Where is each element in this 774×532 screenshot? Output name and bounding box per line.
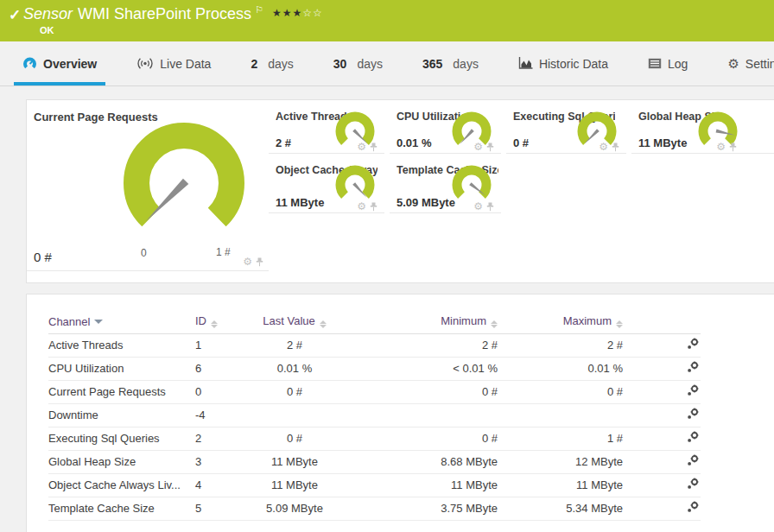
tab-overview[interactable]: Overview — [14, 41, 105, 86]
gauge-scale-max: 1 # — [216, 246, 231, 258]
channel-name: Global Heap Size — [48, 450, 195, 473]
tab-2-days[interactable]: 2 days — [242, 41, 301, 86]
minimum-value: 11 MByte — [342, 473, 498, 497]
maximum-value: 0 # — [498, 380, 623, 403]
gauge-current-value: 0.01 % — [397, 136, 431, 149]
channel-settings-icon[interactable] — [687, 501, 699, 513]
tab-label: Overview — [43, 57, 97, 71]
channel-name: Object Cache Always Liv... — [48, 473, 195, 497]
gauge-global-heap-size: Global Heap Size 11 MByte ⚙ — [631, 100, 774, 154]
channel-settings-icon[interactable] — [687, 408, 699, 420]
column-header-last-value[interactable]: Last Value — [247, 310, 342, 333]
channel-name: Downtime — [48, 403, 195, 427]
column-header-minimum[interactable]: Minimum — [342, 310, 498, 333]
sort-icon — [616, 320, 623, 328]
channel-settings-icon[interactable] — [687, 338, 699, 350]
last-value: 5.09 MByte — [247, 497, 342, 520]
stars-filled[interactable]: ★★★ — [272, 7, 302, 19]
tab-bar: Overview Live Data 2 days 30 days 365 da… — [0, 41, 774, 86]
small-gauges-grid: Active Threads 2 # ⚙ CPU Utilization 0.0… — [269, 100, 774, 282]
maximum-value: 11 MByte — [498, 473, 623, 497]
channel-settings-icon[interactable] — [687, 431, 699, 443]
tab-label: Historic Data — [539, 57, 608, 71]
pin-icon[interactable] — [612, 142, 619, 152]
tab-unit: days — [453, 57, 479, 71]
pin-icon[interactable] — [486, 142, 494, 152]
channel-settings-icon[interactable] — [687, 361, 699, 373]
maximum-value — [498, 403, 623, 427]
tab-30-days[interactable]: 30 days — [325, 41, 391, 86]
channel-settings-icon[interactable] — [687, 384, 699, 396]
pin-icon[interactable] — [486, 202, 494, 212]
stars-empty[interactable]: ☆☆ — [302, 7, 323, 19]
last-value: 11 MByte — [247, 473, 342, 497]
table-row: CPU Utilization 6 0.01 % < 0.01 % 0.01 % — [48, 357, 701, 380]
tab-log[interactable]: Log — [639, 41, 696, 86]
gauge-settings-gear-icon[interactable]: ⚙ — [473, 142, 483, 152]
channel-table: Channel ID Last Value Minimum Maximum Ac… — [48, 310, 701, 521]
table-row: Template Cache Size 5 5.09 MByte 3.75 MB… — [48, 497, 701, 520]
sort-icon — [320, 320, 327, 328]
divider — [27, 270, 269, 271]
column-header-edit — [623, 310, 701, 333]
flag-marker-icon[interactable]: ⚐ — [255, 4, 263, 15]
gauge-icon — [22, 56, 37, 71]
channel-id: 0 — [195, 380, 247, 403]
sensor-status-header: ✓ SensorWMI SharePoint Process⚐★★★☆☆ OK — [0, 0, 774, 41]
tab-live-data[interactable]: Live Data — [128, 41, 219, 86]
pin-icon[interactable] — [370, 202, 377, 212]
minimum-value — [342, 403, 498, 427]
minimum-value: 3.75 MByte — [342, 497, 498, 520]
pin-icon[interactable] — [729, 142, 737, 152]
gauge-settings-gear-icon[interactable]: ⚙ — [716, 142, 726, 152]
sensor-status-badge: OK — [40, 25, 54, 35]
tab-label: Live Data — [160, 57, 211, 71]
gauge-current-page-requests: Current Page Requests 0 1 # 0 # ⚙ — [27, 100, 269, 284]
live-data-icon — [136, 57, 154, 70]
gauge-dial — [119, 118, 249, 248]
column-header-maximum[interactable]: Maximum — [498, 310, 623, 333]
pin-icon[interactable] — [256, 257, 263, 267]
channel-settings-icon[interactable] — [687, 454, 699, 466]
tab-settings[interactable]: ⚙ Settings — [719, 41, 774, 86]
table-row: Active Threads 1 2 # 2 # 2 # — [48, 333, 701, 357]
column-header-channel[interactable]: Channel — [48, 310, 195, 333]
settings-gear-icon: ⚙ — [727, 57, 739, 70]
gauges-panel: Current Page Requests 0 1 # 0 # ⚙ Active… — [26, 99, 774, 283]
tab-365-days[interactable]: 365 days — [414, 41, 487, 86]
gauge-settings-gear-icon[interactable]: ⚙ — [243, 256, 252, 267]
channel-name: Template Cache Size — [48, 497, 195, 520]
maximum-value: 12 MByte — [498, 450, 623, 473]
minimum-value: 2 # — [342, 333, 498, 357]
object-kind-label: Sensor — [23, 5, 73, 22]
gauge-current-value: 2 # — [276, 136, 291, 149]
historic-chart-icon — [518, 57, 533, 70]
column-header-id[interactable]: ID — [195, 310, 247, 333]
channel-name: CPU Utilization — [48, 357, 195, 380]
gauge-settings-gear-icon[interactable]: ⚙ — [473, 201, 483, 212]
tab-historic-data[interactable]: Historic Data — [510, 41, 617, 86]
sort-desc-icon — [94, 320, 103, 324]
gauge-scale-min: 0 — [141, 247, 147, 259]
last-value: 2 # — [247, 333, 342, 357]
gauge-settings-gear-icon[interactable]: ⚙ — [357, 142, 366, 152]
gauge-current-value: 0 # — [513, 136, 529, 149]
empty-cell — [631, 154, 774, 213]
table-row: Downtime -4 — [48, 403, 701, 427]
priority-stars[interactable]: ★★★☆☆ — [272, 7, 323, 19]
channel-name: Executing Sql Queries — [48, 427, 195, 450]
table-row: Executing Sql Queries 2 0 # 0 # 1 # — [48, 427, 701, 450]
channel-id: 5 — [195, 497, 247, 520]
channel-name: Current Page Requests — [48, 380, 195, 403]
gauge-settings-gear-icon[interactable]: ⚙ — [599, 142, 608, 152]
gauge-current-value: 5.09 MByte — [397, 196, 455, 209]
channel-settings-icon[interactable] — [687, 478, 699, 490]
tab-label: Log — [668, 57, 688, 71]
gauge-current-value: 11 MByte — [276, 196, 324, 209]
gauge-executing-sql-queries: Executing Sql Queries 0 # ⚙ — [506, 100, 626, 154]
gauge-settings-gear-icon[interactable]: ⚙ — [357, 201, 366, 212]
table-row: Current Page Requests 0 0 # 0 # 0 # — [48, 380, 701, 403]
pin-icon[interactable] — [370, 142, 377, 152]
sort-icon — [491, 320, 498, 328]
gauge-dial — [333, 162, 377, 206]
